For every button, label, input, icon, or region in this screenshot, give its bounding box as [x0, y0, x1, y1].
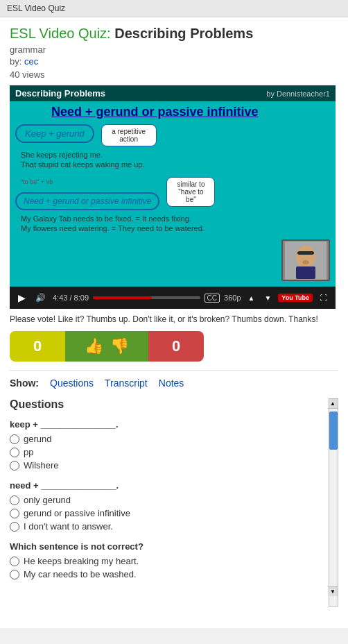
keep-section: Keep + gerund a repetitive action: [15, 124, 330, 146]
volume-up-button[interactable]: ▲: [245, 293, 258, 303]
scroll-down-button[interactable]: ▼: [328, 586, 338, 596]
repetitive-bubble: a repetitive action: [101, 124, 157, 146]
play-button[interactable]: ▶: [15, 291, 28, 305]
meta-by: by: cec: [10, 56, 338, 67]
radio-circle[interactable]: [10, 570, 19, 579]
radio-circle[interactable]: [10, 448, 19, 457]
svg-point-5: [302, 260, 309, 264]
q2-option-3: I don't want to answer.: [10, 521, 324, 532]
keep-example-1: She keeps rejecting me.: [21, 151, 330, 159]
page-container: ESL Video Quiz: Describing Problems gram…: [0, 17, 348, 628]
progress-fill: [93, 296, 152, 299]
question-3: Which sentence is not correct? He keeps …: [10, 541, 324, 579]
video-player: Describing Problems by Dennisteacher1 Ne…: [10, 85, 336, 309]
q1-option-3: Wilshere: [10, 460, 324, 471]
quality-selector[interactable]: 360p: [224, 294, 241, 302]
thumbs-up-button[interactable]: 👍: [85, 337, 103, 355]
svg-point-1: [296, 246, 315, 268]
vote-prompt: Please vote! Like it? Thumbs up. Don't l…: [10, 309, 338, 331]
video-author: by Dennisteacher1: [266, 90, 330, 98]
q1-option-1: gerund: [10, 434, 324, 444]
show-label: Show:: [10, 378, 39, 389]
video-title: Describing Problems: [15, 88, 105, 99]
video-time: 4:43 / 8:09: [53, 294, 89, 302]
q1-option-2: pp: [10, 447, 324, 457]
show-section: Show: Questions Transcript Notes: [10, 370, 338, 389]
tab-transcript[interactable]: Transcript: [105, 378, 148, 389]
video-title-bar: Describing Problems by Dennisteacher1: [10, 85, 336, 101]
video-controls: ▶ 🔊 4:43 / 8:09 CC 360p ▲ ▼ You Tube ⛶: [10, 287, 336, 309]
browser-tab-bar: ESL Video Quiz: [0, 0, 348, 17]
title-prefix: ESL Video Quiz:: [10, 26, 111, 41]
question-1-text: keep + _______________.: [10, 419, 324, 430]
question-2-text: need + _______________.: [10, 480, 324, 491]
vote-thumbs: 👍 👎: [65, 331, 148, 362]
upvote-count: 0: [10, 331, 65, 362]
questions-heading: Questions: [10, 398, 324, 411]
volume-button[interactable]: 🔊: [33, 291, 49, 304]
views-count: 40 views: [10, 69, 338, 80]
tab-questions[interactable]: Questions: [50, 378, 94, 389]
need-examples: My Galaxy Tab needs to be fixed. = It ne…: [21, 214, 330, 232]
face-icon: [285, 242, 327, 280]
svg-rect-2: [296, 266, 315, 279]
radio-circle[interactable]: [10, 509, 19, 518]
video-content: Describing Problems by Dennisteacher1 Ne…: [10, 85, 336, 287]
meta-grammar: grammar: [10, 44, 338, 55]
q2-option-1: only gerund: [10, 495, 324, 505]
page-title: ESL Video Quiz: Describing Problems: [10, 26, 338, 42]
radio-circle[interactable]: [10, 434, 19, 444]
questions-content: Questions keep + _______________. gerund…: [10, 398, 338, 579]
need-section: "to be" + vb Need + gerund or passive in…: [15, 177, 330, 210]
radio-circle[interactable]: [10, 461, 19, 471]
fullscreen-button[interactable]: ⛶: [317, 292, 330, 303]
cc-button[interactable]: CC: [205, 294, 220, 303]
need-example-1: My Galaxy Tab needs to be fixed. = It ne…: [21, 214, 330, 223]
progress-bar[interactable]: [93, 296, 200, 299]
question-2: need + _______________. only gerund geru…: [10, 480, 324, 532]
scrollbar-track: ▲ ▼: [329, 398, 338, 607]
video-overlay-title: Need + gerund or passive infinitive: [51, 105, 259, 119]
need-note: "to be" + vb: [21, 178, 159, 185]
vote-bar: 0 👍 👎 0: [10, 331, 232, 362]
video-frame: Describing Problems by Dennisteacher1 Ne…: [10, 85, 336, 287]
svg-rect-6: [297, 251, 314, 255]
tab-notes[interactable]: Notes: [159, 378, 184, 389]
q2-option-2: gerund or passive infinitive: [10, 508, 324, 518]
question-3-text: Which sentence is not correct?: [10, 541, 324, 552]
youtube-logo: You Tube: [278, 294, 313, 302]
scroll-thumb[interactable]: [329, 412, 338, 450]
q3-option-2: My car needs to be washed.: [10, 569, 324, 579]
radio-circle[interactable]: [10, 557, 19, 566]
radio-circle[interactable]: [10, 522, 19, 532]
show-tabs-row: Show: Questions Transcript Notes: [10, 378, 338, 389]
video-thumbnail: [281, 239, 330, 281]
keep-examples: She keeps rejecting me. That stupid cat …: [21, 151, 330, 169]
thumbs-down-button[interactable]: 👎: [110, 337, 129, 355]
need-bubble: Need + gerund or passive infinitive: [15, 192, 159, 210]
q3-option-1: He keeps breaking my heart.: [10, 556, 324, 566]
downvote-count: 0: [148, 331, 204, 362]
scroll-up-button[interactable]: ▲: [328, 399, 338, 409]
volume-down-button[interactable]: ▼: [261, 293, 274, 303]
question-1: keep + _______________. gerund pp Wilshe…: [10, 419, 324, 471]
author-link[interactable]: cec: [24, 56, 38, 67]
keep-example-2: That stupid cat keeps waking me up.: [21, 160, 330, 169]
tab-label: ESL Video Quiz: [7, 3, 65, 13]
similar-bubble: similar to "have to be": [166, 177, 215, 207]
need-example-2: My flowers need watering. = They need to…: [21, 224, 330, 232]
keep-bubble: Keep + gerund: [15, 124, 94, 143]
radio-circle[interactable]: [10, 495, 19, 505]
title-topic: Describing Problems: [114, 26, 253, 41]
